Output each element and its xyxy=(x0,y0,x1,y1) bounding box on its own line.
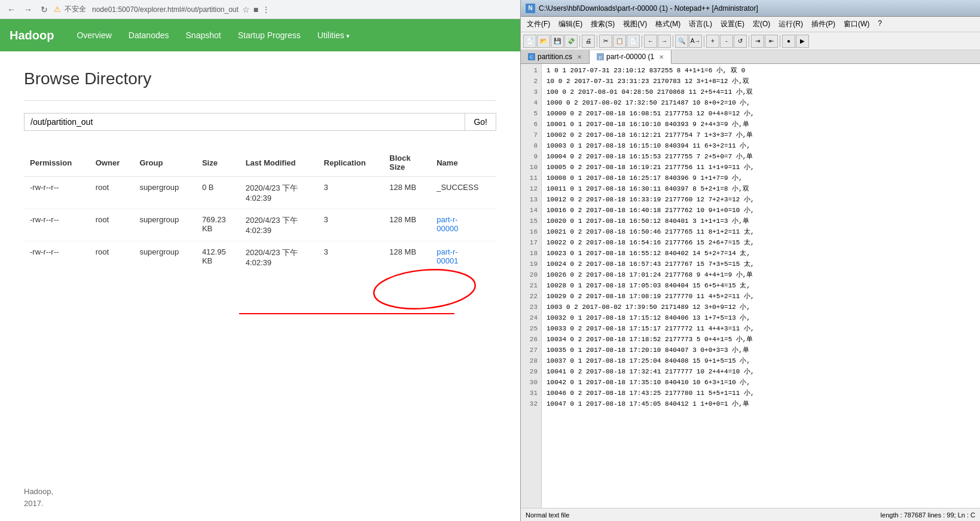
statusbar-left: Normal text file xyxy=(526,511,569,519)
menu-search[interactable]: 搜索(S) xyxy=(587,18,618,30)
toolbar-sep1 xyxy=(579,35,580,47)
nav-startup-progress[interactable]: Startup Progress xyxy=(230,21,309,50)
file-link[interactable]: part-r- 00000 xyxy=(436,215,458,233)
cell-7: _SUCCESS xyxy=(431,177,496,209)
toolbar-redo[interactable]: → xyxy=(658,35,671,48)
cell-3: 412.95 KB xyxy=(196,241,240,274)
toolbar-zoom-in[interactable]: + xyxy=(706,35,719,48)
tab-part-r-close[interactable]: ✕ xyxy=(659,54,664,60)
code-line: 10032 0 1 2017-08-18 17:15:12 840406 13 … xyxy=(547,312,975,323)
code-line: 10016 0 2 2017-08-18 16:40:18 2177762 10… xyxy=(547,205,975,216)
menu-language[interactable]: 语言(L) xyxy=(685,18,716,30)
col-name: Name xyxy=(431,149,496,177)
menu-format[interactable]: 格式(M) xyxy=(652,18,684,30)
file-link[interactable]: part-r- 00001 xyxy=(436,247,458,265)
back-button[interactable]: ← xyxy=(5,4,18,16)
cell-1: root xyxy=(90,177,134,209)
toolbar-sep6 xyxy=(749,35,749,47)
warning-icon: ⚠ xyxy=(54,5,61,14)
divider xyxy=(24,100,496,101)
toolbar-find[interactable]: 🔍 xyxy=(675,35,688,48)
col-modified: Last Modified xyxy=(240,149,318,177)
code-area[interactable]: 1 0 1 2017-07-31 23:10:12 837255 8 4+1+1… xyxy=(542,64,980,508)
menu-help[interactable]: ? xyxy=(874,18,886,30)
code-line: 10046 0 2 2017-08-18 17:43:25 2177780 11… xyxy=(547,388,975,399)
statusbar-right: length : 787687 lines : 99; Ln : C xyxy=(881,511,975,519)
tab-partition[interactable]: C partition.cs ✕ xyxy=(521,50,590,63)
toolbar-paste[interactable]: 📄 xyxy=(627,35,640,48)
toolbar-zoom-out[interactable]: - xyxy=(720,35,733,48)
menu-icon[interactable]: ⋮ xyxy=(262,5,270,14)
notepad-panel: N C:\Users\hbl\Downloads\part-r-00000 (1… xyxy=(520,0,980,521)
toolbar-open[interactable]: 📂 xyxy=(537,35,550,48)
menu-settings[interactable]: 设置(E) xyxy=(717,18,748,30)
nav-datanodes[interactable]: Datanodes xyxy=(120,21,178,50)
path-input[interactable] xyxy=(24,113,465,131)
menu-plugins[interactable]: 插件(P) xyxy=(808,18,839,30)
toolbar-new[interactable]: 📄 xyxy=(523,35,536,48)
toolbar-undo[interactable]: ← xyxy=(644,35,657,48)
code-line: 10023 0 1 2017-08-18 16:55:12 840402 14 … xyxy=(547,248,975,259)
toolbar-save[interactable]: 💾 xyxy=(551,35,564,48)
menu-run[interactable]: 运行(R) xyxy=(775,18,807,30)
code-line: 10005 0 2 2017-08-18 16:19:21 2177756 11… xyxy=(547,162,975,173)
toolbar-macro-play[interactable]: ▶ xyxy=(796,35,809,48)
menu-file[interactable]: 文件(F) xyxy=(523,18,554,30)
toolbar-zoom-reset[interactable]: ↺ xyxy=(734,35,747,48)
toolbar-indent[interactable]: ⇥ xyxy=(751,35,764,48)
code-line: 10037 0 1 2017-08-18 17:25:04 840408 15 … xyxy=(547,355,975,366)
toolbar-outdent[interactable]: ⇤ xyxy=(765,35,778,48)
line-number: 4 xyxy=(524,97,538,108)
menu-macro[interactable]: 宏(O) xyxy=(749,18,774,30)
code-line: 1003 0 2 2017-08-02 17:39:50 2171489 12 … xyxy=(547,302,975,312)
code-line: 10001 0 1 2017-08-18 16:10:10 840393 9 2… xyxy=(547,119,975,130)
line-number: 23 xyxy=(524,302,538,312)
nav-utilities[interactable]: Utilities xyxy=(309,21,358,50)
cell-1: root xyxy=(90,209,134,241)
line-number: 28 xyxy=(524,355,538,366)
tab-partition-close[interactable]: ✕ xyxy=(577,54,582,60)
content-area: Browse Directory Go! Permission Owner Gr… xyxy=(0,51,520,474)
line-number: 31 xyxy=(524,388,538,399)
menu-window[interactable]: 窗口(W) xyxy=(840,18,873,30)
line-number: 26 xyxy=(524,334,538,345)
tab-part-r[interactable]: p part-r-00000 (1 ✕ xyxy=(590,50,671,64)
toolbar-copy[interactable]: 📋 xyxy=(613,35,626,48)
table-body: -rw-r--r--rootsupergroup0 B2020/4/23 下午 … xyxy=(24,177,496,274)
code-line: 1000 0 2 2017-08-02 17:32:50 2171487 10 … xyxy=(547,97,975,108)
cell-7[interactable]: part-r- 00001 xyxy=(431,241,496,274)
toolbar-save-all[interactable]: 💸 xyxy=(564,35,578,48)
refresh-button[interactable]: ↻ xyxy=(38,4,50,16)
toolbar-print[interactable]: 🖨 xyxy=(582,35,595,48)
table-header-row: Permission Owner Group Size Last Modifie… xyxy=(24,149,496,177)
bookmark-icon[interactable]: ☆ xyxy=(242,5,250,14)
col-blocksize: BlockSize xyxy=(383,149,431,177)
line-number: 17 xyxy=(524,237,538,248)
line-number: 27 xyxy=(524,345,538,355)
code-line: 10008 0 1 2017-08-18 16:25:17 840396 9 1… xyxy=(547,173,975,183)
table-row: -rw-r--r--rootsupergroup769.23 KB2020/4/… xyxy=(24,209,496,241)
col-group: Group xyxy=(133,149,196,177)
line-number: 11 xyxy=(524,173,538,183)
table-row: -rw-r--r--rootsupergroup412.95 KB2020/4/… xyxy=(24,241,496,274)
table-row: -rw-r--r--rootsupergroup0 B2020/4/23 下午 … xyxy=(24,177,496,209)
line-number: 29 xyxy=(524,366,538,377)
nav-snapshot[interactable]: Snapshot xyxy=(178,21,230,50)
toolbar-macro-record[interactable]: ● xyxy=(782,35,795,48)
cell-7[interactable]: part-r- 00000 xyxy=(431,209,496,241)
toolbar-cut[interactable]: ✂ xyxy=(599,35,612,48)
navbar-links: Overview Datanodes Snapshot Startup Prog… xyxy=(68,21,358,50)
security-label: 不安全 xyxy=(65,4,86,14)
line-number: 12 xyxy=(524,183,538,194)
toolbar-replace[interactable]: A→ xyxy=(689,35,702,48)
go-button[interactable]: Go! xyxy=(465,113,496,131)
menu-view[interactable]: 视图(V) xyxy=(619,18,651,30)
line-number: 10 xyxy=(524,162,538,173)
extension-icon[interactable]: ■ xyxy=(254,5,258,14)
cell-0: -rw-r--r-- xyxy=(24,241,90,274)
directory-table: Permission Owner Group Size Last Modifie… xyxy=(24,149,496,273)
forward-button[interactable]: → xyxy=(22,4,35,16)
nav-overview[interactable]: Overview xyxy=(68,21,120,50)
path-bar: Go! xyxy=(24,113,496,131)
menu-edit[interactable]: 编辑(E) xyxy=(555,18,586,30)
